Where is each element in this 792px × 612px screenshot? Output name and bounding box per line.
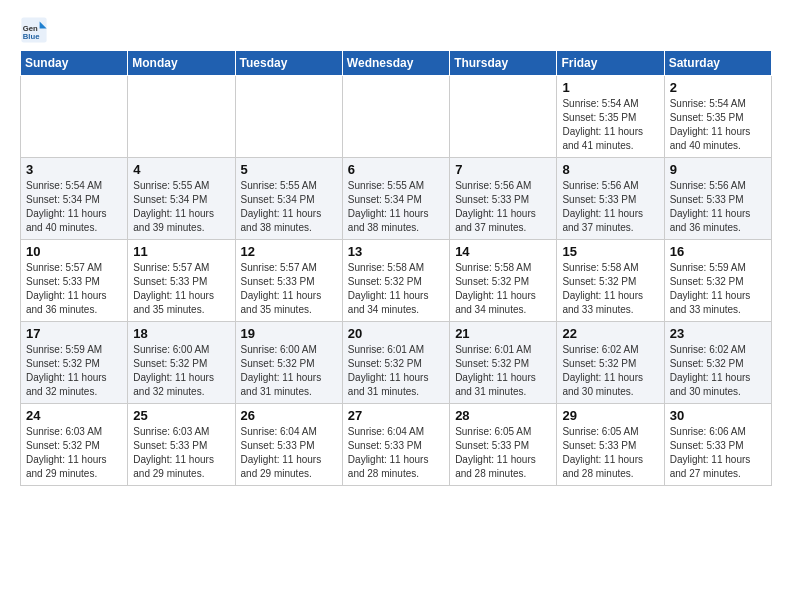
calendar-cell: 27Sunrise: 6:04 AM Sunset: 5:33 PM Dayli…: [342, 404, 449, 486]
day-number: 13: [348, 244, 444, 259]
calendar-cell: 9Sunrise: 5:56 AM Sunset: 5:33 PM Daylig…: [664, 158, 771, 240]
calendar-cell: 19Sunrise: 6:00 AM Sunset: 5:32 PM Dayli…: [235, 322, 342, 404]
calendar-week-row: 10Sunrise: 5:57 AM Sunset: 5:33 PM Dayli…: [21, 240, 772, 322]
calendar-cell: 22Sunrise: 6:02 AM Sunset: 5:32 PM Dayli…: [557, 322, 664, 404]
day-info: Sunrise: 6:06 AM Sunset: 5:33 PM Dayligh…: [670, 425, 766, 481]
calendar-cell: 17Sunrise: 5:59 AM Sunset: 5:32 PM Dayli…: [21, 322, 128, 404]
calendar-cell: 5Sunrise: 5:55 AM Sunset: 5:34 PM Daylig…: [235, 158, 342, 240]
day-info: Sunrise: 6:00 AM Sunset: 5:32 PM Dayligh…: [241, 343, 337, 399]
calendar: SundayMondayTuesdayWednesdayThursdayFrid…: [20, 50, 772, 486]
day-info: Sunrise: 6:05 AM Sunset: 5:33 PM Dayligh…: [562, 425, 658, 481]
weekday-header: Wednesday: [342, 51, 449, 76]
weekday-header: Thursday: [450, 51, 557, 76]
day-number: 3: [26, 162, 122, 177]
day-number: 17: [26, 326, 122, 341]
calendar-cell: 7Sunrise: 5:56 AM Sunset: 5:33 PM Daylig…: [450, 158, 557, 240]
day-info: Sunrise: 5:55 AM Sunset: 5:34 PM Dayligh…: [241, 179, 337, 235]
day-info: Sunrise: 5:58 AM Sunset: 5:32 PM Dayligh…: [348, 261, 444, 317]
weekday-header: Monday: [128, 51, 235, 76]
day-info: Sunrise: 5:56 AM Sunset: 5:33 PM Dayligh…: [670, 179, 766, 235]
svg-text:Blue: Blue: [23, 32, 40, 41]
day-info: Sunrise: 6:03 AM Sunset: 5:32 PM Dayligh…: [26, 425, 122, 481]
day-info: Sunrise: 5:59 AM Sunset: 5:32 PM Dayligh…: [26, 343, 122, 399]
calendar-cell: 23Sunrise: 6:02 AM Sunset: 5:32 PM Dayli…: [664, 322, 771, 404]
day-number: 23: [670, 326, 766, 341]
day-number: 29: [562, 408, 658, 423]
calendar-cell: [128, 76, 235, 158]
day-info: Sunrise: 6:02 AM Sunset: 5:32 PM Dayligh…: [670, 343, 766, 399]
day-number: 2: [670, 80, 766, 95]
calendar-cell: 14Sunrise: 5:58 AM Sunset: 5:32 PM Dayli…: [450, 240, 557, 322]
calendar-week-row: 3Sunrise: 5:54 AM Sunset: 5:34 PM Daylig…: [21, 158, 772, 240]
day-number: 30: [670, 408, 766, 423]
calendar-cell: [235, 76, 342, 158]
calendar-cell: 3Sunrise: 5:54 AM Sunset: 5:34 PM Daylig…: [21, 158, 128, 240]
calendar-cell: 29Sunrise: 6:05 AM Sunset: 5:33 PM Dayli…: [557, 404, 664, 486]
logo-icon: Gen Blue: [20, 16, 48, 44]
day-info: Sunrise: 5:55 AM Sunset: 5:34 PM Dayligh…: [133, 179, 229, 235]
calendar-cell: 15Sunrise: 5:58 AM Sunset: 5:32 PM Dayli…: [557, 240, 664, 322]
calendar-week-row: 24Sunrise: 6:03 AM Sunset: 5:32 PM Dayli…: [21, 404, 772, 486]
day-number: 24: [26, 408, 122, 423]
calendar-cell: 1Sunrise: 5:54 AM Sunset: 5:35 PM Daylig…: [557, 76, 664, 158]
header: Gen Blue: [20, 16, 772, 44]
day-number: 12: [241, 244, 337, 259]
calendar-cell: 25Sunrise: 6:03 AM Sunset: 5:33 PM Dayli…: [128, 404, 235, 486]
day-info: Sunrise: 6:00 AM Sunset: 5:32 PM Dayligh…: [133, 343, 229, 399]
day-number: 10: [26, 244, 122, 259]
day-info: Sunrise: 5:57 AM Sunset: 5:33 PM Dayligh…: [133, 261, 229, 317]
calendar-cell: 20Sunrise: 6:01 AM Sunset: 5:32 PM Dayli…: [342, 322, 449, 404]
day-number: 19: [241, 326, 337, 341]
calendar-cell: 12Sunrise: 5:57 AM Sunset: 5:33 PM Dayli…: [235, 240, 342, 322]
day-number: 26: [241, 408, 337, 423]
day-info: Sunrise: 5:57 AM Sunset: 5:33 PM Dayligh…: [26, 261, 122, 317]
day-number: 9: [670, 162, 766, 177]
page: Gen Blue SundayMondayTuesdayWednesdayThu…: [0, 0, 792, 502]
day-info: Sunrise: 5:54 AM Sunset: 5:35 PM Dayligh…: [562, 97, 658, 153]
day-info: Sunrise: 5:57 AM Sunset: 5:33 PM Dayligh…: [241, 261, 337, 317]
day-info: Sunrise: 6:04 AM Sunset: 5:33 PM Dayligh…: [348, 425, 444, 481]
weekday-header: Sunday: [21, 51, 128, 76]
day-info: Sunrise: 5:56 AM Sunset: 5:33 PM Dayligh…: [562, 179, 658, 235]
day-number: 5: [241, 162, 337, 177]
day-number: 8: [562, 162, 658, 177]
calendar-week-row: 17Sunrise: 5:59 AM Sunset: 5:32 PM Dayli…: [21, 322, 772, 404]
day-number: 11: [133, 244, 229, 259]
calendar-cell: 21Sunrise: 6:01 AM Sunset: 5:32 PM Dayli…: [450, 322, 557, 404]
day-info: Sunrise: 5:58 AM Sunset: 5:32 PM Dayligh…: [562, 261, 658, 317]
day-number: 28: [455, 408, 551, 423]
calendar-cell: 4Sunrise: 5:55 AM Sunset: 5:34 PM Daylig…: [128, 158, 235, 240]
weekday-header: Friday: [557, 51, 664, 76]
day-info: Sunrise: 5:58 AM Sunset: 5:32 PM Dayligh…: [455, 261, 551, 317]
calendar-cell: 30Sunrise: 6:06 AM Sunset: 5:33 PM Dayli…: [664, 404, 771, 486]
weekday-header: Saturday: [664, 51, 771, 76]
calendar-cell: [342, 76, 449, 158]
calendar-cell: 10Sunrise: 5:57 AM Sunset: 5:33 PM Dayli…: [21, 240, 128, 322]
day-number: 1: [562, 80, 658, 95]
day-number: 6: [348, 162, 444, 177]
calendar-cell: 24Sunrise: 6:03 AM Sunset: 5:32 PM Dayli…: [21, 404, 128, 486]
calendar-cell: 11Sunrise: 5:57 AM Sunset: 5:33 PM Dayli…: [128, 240, 235, 322]
day-info: Sunrise: 5:55 AM Sunset: 5:34 PM Dayligh…: [348, 179, 444, 235]
day-info: Sunrise: 6:02 AM Sunset: 5:32 PM Dayligh…: [562, 343, 658, 399]
day-number: 22: [562, 326, 658, 341]
day-number: 21: [455, 326, 551, 341]
day-number: 7: [455, 162, 551, 177]
day-info: Sunrise: 5:54 AM Sunset: 5:34 PM Dayligh…: [26, 179, 122, 235]
day-number: 15: [562, 244, 658, 259]
logo: Gen Blue: [20, 16, 51, 44]
calendar-cell: 8Sunrise: 5:56 AM Sunset: 5:33 PM Daylig…: [557, 158, 664, 240]
calendar-cell: 28Sunrise: 6:05 AM Sunset: 5:33 PM Dayli…: [450, 404, 557, 486]
calendar-body: 1Sunrise: 5:54 AM Sunset: 5:35 PM Daylig…: [21, 76, 772, 486]
day-info: Sunrise: 5:59 AM Sunset: 5:32 PM Dayligh…: [670, 261, 766, 317]
day-number: 20: [348, 326, 444, 341]
calendar-cell: 16Sunrise: 5:59 AM Sunset: 5:32 PM Dayli…: [664, 240, 771, 322]
day-number: 14: [455, 244, 551, 259]
calendar-cell: 2Sunrise: 5:54 AM Sunset: 5:35 PM Daylig…: [664, 76, 771, 158]
calendar-cell: 6Sunrise: 5:55 AM Sunset: 5:34 PM Daylig…: [342, 158, 449, 240]
weekday-header-row: SundayMondayTuesdayWednesdayThursdayFrid…: [21, 51, 772, 76]
calendar-week-row: 1Sunrise: 5:54 AM Sunset: 5:35 PM Daylig…: [21, 76, 772, 158]
day-number: 16: [670, 244, 766, 259]
day-number: 25: [133, 408, 229, 423]
day-info: Sunrise: 6:04 AM Sunset: 5:33 PM Dayligh…: [241, 425, 337, 481]
